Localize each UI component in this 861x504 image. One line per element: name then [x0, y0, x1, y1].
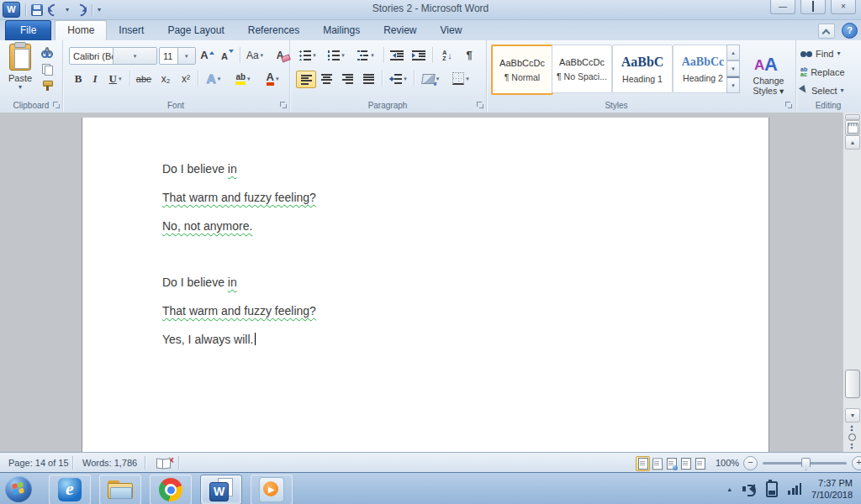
- scroll-down-button[interactable]: ▼: [845, 408, 860, 423]
- align-center-button[interactable]: [317, 71, 335, 87]
- document-line[interactable]: Do I believe in: [162, 162, 237, 176]
- justify-button[interactable]: [359, 71, 378, 87]
- font-size-combo[interactable]: 11 ▾: [159, 47, 196, 65]
- style-heading-1[interactable]: AaBbC Heading 1: [612, 45, 673, 93]
- grow-font-button[interactable]: A: [198, 47, 217, 63]
- show-hide-marks-button[interactable]: ¶: [461, 47, 478, 63]
- document-line[interactable]: Yes, I always will.: [162, 333, 256, 346]
- help-icon[interactable]: ?: [842, 23, 858, 39]
- bullets-button[interactable]: ▾: [296, 47, 320, 63]
- print-layout-view-button[interactable]: [636, 456, 650, 471]
- numbering-button[interactable]: ▾: [325, 47, 348, 63]
- taskbar-internet-explorer[interactable]: e: [49, 475, 91, 504]
- next-page-button[interactable]: ▼▼: [845, 442, 858, 450]
- shrink-font-button[interactable]: A: [218, 47, 237, 63]
- zoom-in-button[interactable]: +: [852, 456, 861, 470]
- chevron-down-icon[interactable]: ▾: [113, 48, 156, 64]
- split-window-handle[interactable]: [845, 114, 860, 120]
- draft-view-button[interactable]: [693, 456, 707, 471]
- document-line[interactable]: That warm and fuzzy feeling?: [162, 304, 316, 318]
- show-hidden-icons-icon[interactable]: ▲: [726, 486, 732, 492]
- taskbar-chrome[interactable]: [150, 475, 192, 504]
- paste-button[interactable]: Paste ▾: [4, 44, 36, 99]
- cut-button[interactable]: [39, 45, 55, 60]
- tab-home[interactable]: Home: [55, 20, 107, 40]
- styles-gallery-expand-icon[interactable]: ▼: [726, 76, 740, 93]
- tab-mailings[interactable]: Mailings: [311, 21, 372, 40]
- font-name-combo[interactable]: Calibri (Body) ▾: [69, 47, 157, 65]
- taskbar-windows-explorer[interactable]: [99, 475, 141, 504]
- full-screen-reading-view-button[interactable]: [650, 456, 664, 471]
- font-color-button[interactable]: A ▾: [260, 71, 285, 87]
- select-browse-object-button[interactable]: [845, 433, 858, 441]
- bold-button[interactable]: B: [71, 71, 86, 87]
- paragraph-dialog-launcher-icon[interactable]: [476, 101, 484, 109]
- previous-page-button[interactable]: ▲▲: [845, 423, 858, 432]
- taskbar-clock[interactable]: 7:37 PM 7/10/2018: [811, 477, 853, 501]
- document-line[interactable]: Do I believe in: [162, 276, 237, 289]
- increase-indent-button[interactable]: [409, 47, 429, 63]
- clipboard-dialog-launcher-icon[interactable]: [52, 101, 61, 109]
- styles-scroll-down-icon[interactable]: ▼: [726, 60, 740, 76]
- borders-button[interactable]: ▾: [447, 71, 474, 87]
- underline-button[interactable]: U ▾: [104, 71, 126, 87]
- scroll-up-button[interactable]: ▲: [845, 135, 860, 150]
- taskbar-media-player[interactable]: ▶: [251, 475, 293, 504]
- proofing-errors-indicator[interactable]: ×: [150, 453, 177, 473]
- battery-icon[interactable]: [766, 481, 778, 497]
- tab-references[interactable]: References: [236, 21, 311, 40]
- sort-button[interactable]: AZ↓: [436, 47, 459, 63]
- zoom-slider-track[interactable]: [763, 462, 847, 465]
- style-heading-2[interactable]: AaBbCc Heading 2: [673, 45, 733, 93]
- paste-dropdown-icon[interactable]: ▾: [18, 83, 22, 91]
- change-styles-button[interactable]: AA Change Styles ▾: [745, 44, 792, 106]
- view-ruler-button[interactable]: [845, 120, 860, 135]
- taskbar-word-active[interactable]: W: [200, 475, 242, 504]
- style-no-spacing[interactable]: AaBbCcDc ¶ No Spaci...: [552, 45, 612, 93]
- volume-icon[interactable]: [742, 483, 756, 495]
- multilevel-list-button[interactable]: ▾: [353, 47, 378, 63]
- minimize-ribbon-icon[interactable]: [818, 24, 835, 39]
- tab-file[interactable]: File: [5, 20, 51, 40]
- change-case-button[interactable]: Aa ▾: [242, 47, 267, 63]
- select-button[interactable]: Select ▾: [800, 83, 844, 97]
- restore-button[interactable]: [800, 0, 826, 14]
- find-button[interactable]: Find ▾: [800, 46, 840, 60]
- web-layout-view-button[interactable]: [664, 456, 679, 471]
- document-line[interactable]: That warm and fuzzy feeling?: [162, 191, 316, 204]
- zoom-slider-thumb[interactable]: [801, 458, 811, 470]
- replace-button[interactable]: abac Replace: [800, 65, 845, 79]
- zoom-out-button[interactable]: −: [743, 456, 758, 470]
- shading-button[interactable]: ▾: [417, 71, 444, 87]
- format-painter-button[interactable]: [39, 79, 55, 93]
- styles-scroll-up-icon[interactable]: ▲: [726, 45, 740, 60]
- page-number-indicator[interactable]: Page: 14 of 15: [2, 453, 76, 473]
- subscript-button[interactable]: x₂: [156, 71, 175, 87]
- strikethrough-button[interactable]: abe: [133, 71, 155, 87]
- text-effects-button[interactable]: A ▾: [201, 71, 226, 87]
- tab-page-layout[interactable]: Page Layout: [156, 21, 235, 40]
- document-line[interactable]: No, not anymore.: [162, 219, 252, 233]
- style-normal[interactable]: AaBbCcDc ¶ Normal: [491, 45, 553, 95]
- clear-formatting-button[interactable]: A: [271, 47, 289, 63]
- network-signal-icon[interactable]: [788, 483, 801, 495]
- zoom-level-indicator[interactable]: 100%: [709, 453, 746, 473]
- align-right-button[interactable]: [338, 71, 357, 87]
- close-button[interactable]: ×: [831, 0, 856, 14]
- tab-view[interactable]: View: [429, 21, 474, 40]
- outline-view-button[interactable]: [679, 456, 693, 471]
- text-highlight-button[interactable]: ab ▾: [229, 71, 257, 87]
- line-spacing-button[interactable]: ▾: [385, 71, 410, 87]
- italic-button[interactable]: I: [87, 71, 103, 87]
- chevron-down-icon[interactable]: ▾: [177, 48, 196, 64]
- font-dialog-launcher-icon[interactable]: [279, 101, 288, 109]
- minimize-button[interactable]: —: [770, 0, 795, 14]
- superscript-button[interactable]: x²: [177, 71, 195, 87]
- tab-insert[interactable]: Insert: [107, 21, 156, 40]
- start-button[interactable]: [5, 475, 32, 502]
- styles-dialog-launcher-icon[interactable]: [784, 101, 793, 109]
- copy-button[interactable]: [39, 62, 55, 76]
- document-page[interactable]: Do I believe inThat warm and fuzzy feeli…: [82, 118, 769, 452]
- align-left-button[interactable]: [296, 71, 316, 88]
- scrollbar-thumb[interactable]: [845, 370, 860, 398]
